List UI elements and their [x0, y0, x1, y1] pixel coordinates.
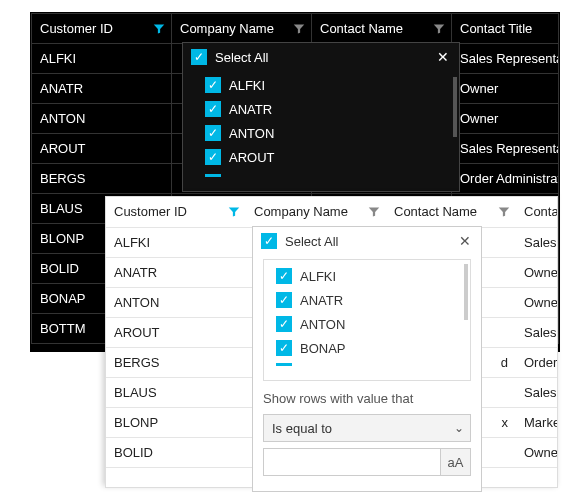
filter-option[interactable]: ✓BONAP [276, 336, 470, 360]
match-case-toggle[interactable]: aA [441, 448, 471, 476]
filter-icon[interactable] [153, 23, 165, 35]
checkbox-icon[interactable]: ✓ [191, 49, 207, 65]
select-all-label: Select All [285, 234, 338, 249]
col-header-label: Company Name [180, 21, 274, 36]
col-header-contact-title[interactable]: Conta [516, 197, 557, 227]
checkbox-icon[interactable]: ✓ [276, 340, 292, 356]
filter-option[interactable]: ✓AROUT [205, 145, 459, 169]
col-header-label: Customer ID [114, 204, 187, 219]
light-header-row: Customer ID Company Name Contact Name [106, 197, 557, 227]
filter-option[interactable]: ✓ALFKI [276, 264, 470, 288]
col-header-label: Conta [524, 204, 557, 219]
col-header-customer-id[interactable]: Customer ID [32, 14, 172, 44]
scrollbar-thumb[interactable] [453, 77, 457, 137]
filter-icon[interactable] [433, 23, 445, 35]
filter-icon[interactable] [293, 23, 305, 35]
filter-icon[interactable] [368, 206, 380, 218]
close-icon[interactable]: ✕ [457, 233, 473, 249]
select-all-label: Select All [215, 50, 268, 65]
more-indicator-icon [205, 174, 221, 177]
col-header-label: Contact Name [394, 204, 477, 219]
chevron-down-icon: ⌄ [454, 421, 464, 435]
filter-options-box: ✓ALFKI ✓ANATR ✓ANTON ✓BONAP [263, 259, 471, 381]
col-header-label: Company Name [254, 204, 348, 219]
operator-combo[interactable]: Is equal to ⌄ [263, 414, 471, 442]
checkbox-icon[interactable]: ✓ [276, 316, 292, 332]
col-header-company-name[interactable]: Company Name [246, 197, 386, 227]
col-header-label: Contact Title [460, 21, 532, 36]
scrollbar-thumb[interactable] [464, 264, 468, 320]
col-header-customer-id[interactable]: Customer ID [106, 197, 246, 227]
col-header-company-name[interactable]: Company Name [172, 14, 312, 44]
col-header-label: Customer ID [40, 21, 113, 36]
filter-value-input[interactable] [263, 448, 441, 476]
col-header-contact-name[interactable]: Contact Name [312, 14, 452, 44]
checkbox-icon[interactable]: ✓ [276, 292, 292, 308]
dark-filter-dropdown: ✓ Select All ✕ ✓ALFKI ✓ANATR ✓ANTON ✓ARO… [182, 42, 460, 192]
dark-header-row: Customer ID Company Name Contact Name [32, 14, 559, 44]
checkbox-icon[interactable]: ✓ [205, 149, 221, 165]
more-indicator-icon [276, 363, 292, 366]
filter-option[interactable]: ✓ANATR [276, 288, 470, 312]
col-header-contact-name[interactable]: Contact Name [386, 197, 516, 227]
col-header-label: Contact Name [320, 21, 403, 36]
filter-option[interactable]: ✓ALFKI [205, 73, 459, 97]
show-rows-label: Show rows with value that [253, 381, 481, 410]
checkbox-icon[interactable]: ✓ [205, 101, 221, 117]
operator-value: Is equal to [272, 421, 332, 436]
checkbox-icon[interactable]: ✓ [205, 77, 221, 93]
filter-option[interactable]: ✓ANTON [276, 312, 470, 336]
checkbox-icon[interactable]: ✓ [205, 125, 221, 141]
filter-option[interactable]: ✓ANTON [205, 121, 459, 145]
light-filter-dropdown: ✓ Select All ✕ ✓ALFKI ✓ANATR ✓ANTON ✓BON… [252, 226, 482, 492]
col-header-contact-title[interactable]: Contact Title [452, 14, 559, 44]
select-all-row[interactable]: ✓ Select All ✕ [183, 43, 459, 71]
select-all-row[interactable]: ✓ Select All ✕ [253, 227, 481, 255]
checkbox-icon[interactable]: ✓ [276, 268, 292, 284]
filter-icon[interactable] [228, 206, 240, 218]
close-icon[interactable]: ✕ [435, 49, 451, 65]
filter-icon[interactable] [498, 206, 510, 218]
checkbox-icon[interactable]: ✓ [261, 233, 277, 249]
filter-option[interactable]: ✓ANATR [205, 97, 459, 121]
